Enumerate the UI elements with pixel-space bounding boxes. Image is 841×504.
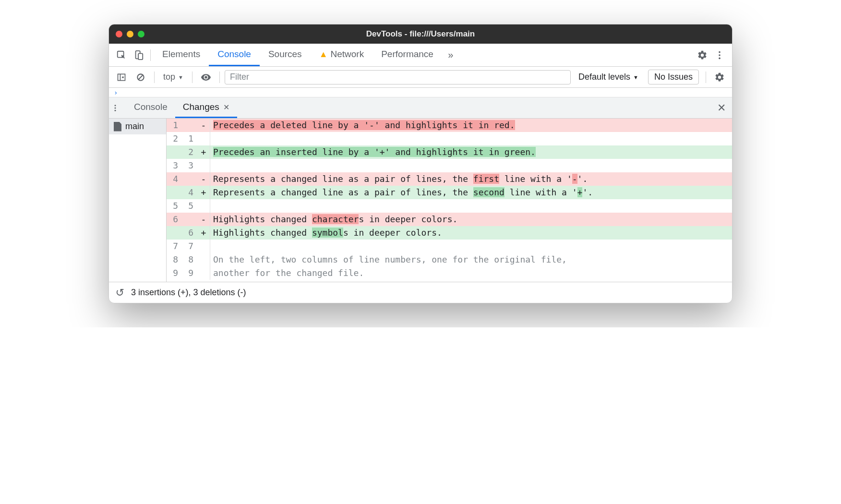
diff-line: 88On the left, two columns of line numbe… xyxy=(167,253,732,266)
diff-line: 77 xyxy=(167,240,732,253)
line-number-new: 4 xyxy=(182,186,197,199)
diff-line: 6-Highlights changed characters in deepe… xyxy=(167,213,732,226)
clear-console-icon[interactable] xyxy=(132,69,149,86)
line-number-old: 1 xyxy=(167,119,182,132)
maximize-window-button[interactable] xyxy=(138,31,144,37)
diff-marker xyxy=(197,199,210,213)
tab-performance[interactable]: Performance xyxy=(372,44,442,66)
line-number-new xyxy=(182,172,197,186)
more-tabs-button[interactable]: » xyxy=(442,49,459,60)
diff-code: Precedes an inserted line by a '+' and h… xyxy=(210,145,732,159)
diff-line: 4-Represents a changed line as a pair of… xyxy=(167,172,732,186)
svg-point-4 xyxy=(719,54,721,56)
chevron-down-icon: ▼ xyxy=(633,74,638,80)
changes-panel: main 1-Precedes a deleted line by a '-' … xyxy=(109,119,732,282)
line-number-old: 6 xyxy=(167,213,182,226)
diff-code: Highlights changed symbols in deeper col… xyxy=(210,226,732,240)
console-toolbar: top ▼ Default levels ▼ No Issues xyxy=(109,67,732,88)
diff-marker: + xyxy=(197,186,210,199)
line-number-new xyxy=(182,119,197,132)
diff-marker xyxy=(197,266,210,280)
diff-viewer[interactable]: 1-Precedes a deleted line by a '-' and h… xyxy=(167,119,732,282)
settings-icon[interactable] xyxy=(694,47,711,64)
line-number-old xyxy=(167,145,182,159)
revert-icon[interactable]: ↻ xyxy=(116,287,124,299)
line-number-old: 2 xyxy=(167,132,182,145)
tab-network[interactable]: ▲ Network xyxy=(311,44,373,66)
filter-input[interactable] xyxy=(225,70,571,84)
warning-icon: ▲ xyxy=(319,49,328,60)
diff-code: Precedes a deleted line by a '-' and hig… xyxy=(210,119,732,132)
diff-code xyxy=(210,199,732,213)
tab-console[interactable]: Console xyxy=(209,44,260,66)
window-title: DevTools - file:///Users/main xyxy=(109,29,732,39)
line-number-new: 3 xyxy=(182,159,197,172)
execution-context-selector[interactable]: top ▼ xyxy=(159,72,187,82)
line-number-new: 7 xyxy=(182,240,197,253)
tab-elements[interactable]: Elements xyxy=(154,44,209,66)
toggle-sidebar-icon[interactable] xyxy=(113,69,130,86)
chevron-down-icon: ▼ xyxy=(178,74,183,80)
diff-line: 55 xyxy=(167,199,732,213)
svg-point-8 xyxy=(115,105,116,106)
line-number-old: 7 xyxy=(167,240,182,253)
diff-code: another for the changed file. xyxy=(210,266,732,280)
minimize-window-button[interactable] xyxy=(127,31,133,37)
close-tab-icon[interactable]: ✕ xyxy=(223,103,229,112)
drawer-tab-changes-label: Changes xyxy=(183,102,219,112)
divider xyxy=(154,72,155,83)
divider xyxy=(219,72,220,83)
diff-line: 1-Precedes a deleted line by a '-' and h… xyxy=(167,119,732,132)
diff-code: Highlights changed characters in deeper … xyxy=(210,213,732,226)
tab-sources[interactable]: Sources xyxy=(260,44,311,66)
drawer-tabs: Console Changes ✕ ✕ xyxy=(109,97,732,119)
diff-line: 21 xyxy=(167,132,732,145)
drawer-menu-icon[interactable] xyxy=(111,104,126,112)
line-number-old xyxy=(167,186,182,199)
svg-point-5 xyxy=(719,57,721,59)
console-settings-icon[interactable] xyxy=(711,69,728,86)
diff-marker xyxy=(197,159,210,172)
divider xyxy=(706,72,706,83)
diff-marker: + xyxy=(197,226,210,240)
diff-code xyxy=(210,240,732,253)
diff-marker: + xyxy=(197,145,210,159)
diff-code: Represents a changed line as a pair of l… xyxy=(210,172,732,186)
console-prompt[interactable]: › xyxy=(109,88,732,97)
diff-line: 33 xyxy=(167,159,732,172)
file-tree: main xyxy=(109,119,167,282)
line-number-new: 5 xyxy=(182,199,197,213)
issues-button[interactable]: No Issues xyxy=(648,70,699,84)
close-window-button[interactable] xyxy=(116,31,122,37)
diff-marker: - xyxy=(197,172,210,186)
line-number-new: 1 xyxy=(182,132,197,145)
diff-line: 6+Highlights changed symbols in deeper c… xyxy=(167,226,732,240)
device-toolbar-icon[interactable] xyxy=(130,47,147,64)
diff-marker: - xyxy=(197,119,210,132)
scope-label: top xyxy=(163,72,175,82)
line-number-old: 9 xyxy=(167,266,182,280)
diff-line: 4+Represents a changed line as a pair of… xyxy=(167,186,732,199)
drawer-tab-changes[interactable]: Changes ✕ xyxy=(175,97,237,118)
main-tabs: Elements Console Sources ▲ Network Perfo… xyxy=(154,44,442,66)
diff-line: 2+Precedes an inserted line by a '+' and… xyxy=(167,145,732,159)
live-expression-icon[interactable] xyxy=(197,69,215,86)
drawer-tab-console[interactable]: Console xyxy=(126,97,175,118)
devtools-window: DevTools - file:///Users/main Elements C… xyxy=(108,24,733,303)
line-number-old: 8 xyxy=(167,253,182,266)
kebab-menu-icon[interactable] xyxy=(711,47,728,64)
file-item[interactable]: main xyxy=(109,119,166,134)
inspect-element-icon[interactable] xyxy=(113,47,130,64)
changes-summary: 3 insertions (+), 3 deletions (-) xyxy=(131,288,246,298)
tab-network-label: Network xyxy=(330,49,364,60)
line-number-old: 5 xyxy=(167,199,182,213)
log-levels-selector[interactable]: Default levels ▼ xyxy=(573,72,644,82)
diff-code: Represents a changed line as a pair of l… xyxy=(210,186,732,199)
diff-marker: - xyxy=(197,213,210,226)
svg-point-9 xyxy=(115,107,116,108)
diff-line: 99another for the changed file. xyxy=(167,266,732,280)
diff-marker xyxy=(197,253,210,266)
close-drawer-icon[interactable]: ✕ xyxy=(713,102,730,114)
line-number-new: 9 xyxy=(182,266,197,280)
changes-footer: ↻ 3 insertions (+), 3 deletions (-) xyxy=(109,282,732,303)
